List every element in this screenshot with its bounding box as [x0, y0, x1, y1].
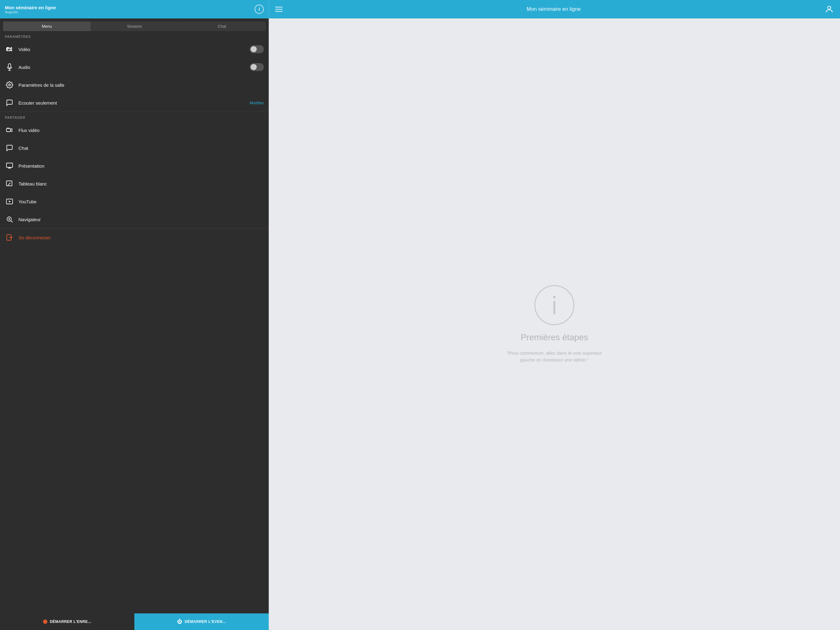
video-label: Vidéo	[19, 47, 249, 52]
header-right: Mon séminaire en ligne	[269, 0, 840, 19]
tab-streams[interactable]: Streams	[91, 22, 178, 31]
svg-point-7	[9, 84, 11, 86]
svg-rect-11	[6, 163, 13, 167]
audio-icon	[5, 62, 14, 72]
browser-icon	[5, 215, 14, 224]
menu-item-chat[interactable]: Chat	[0, 139, 269, 157]
info-icon[interactable]: i	[254, 5, 264, 14]
header-left: Mon séminaire en ligne Augustin i	[0, 0, 269, 19]
menu-item-youtube[interactable]: YouTube	[0, 193, 269, 211]
presentation-label: Présentation	[19, 163, 264, 169]
menu-item-listen-only[interactable]: Ecouter seulement Modifier	[0, 94, 269, 112]
svg-line-17	[11, 221, 13, 223]
header-center-title: Mon séminaire en ligne	[527, 6, 581, 12]
section-partager-label: PARTAGER	[0, 112, 269, 121]
menu-item-tableau-blanc[interactable]: Tableau blanc	[0, 175, 269, 193]
modifier-link[interactable]: Modifier	[249, 101, 264, 105]
event-label: DÉMARRER L'EVEN...	[185, 619, 226, 624]
welcome-icon	[534, 285, 574, 325]
welcome-desc: "Pour commencer, allez dans le coin supé…	[499, 350, 610, 364]
video-toggle[interactable]	[249, 45, 264, 53]
room-settings-label: Paramètres de la salle	[19, 82, 264, 88]
menu-item-flux-video[interactable]: Flux vidéo	[0, 121, 269, 139]
menu-item-presentation[interactable]: Présentation	[0, 157, 269, 175]
presentation-icon	[5, 161, 14, 171]
user-icon[interactable]	[825, 5, 834, 14]
record-label: DÉMARRER L'ENRE...	[50, 619, 91, 624]
menu-item-navigateur[interactable]: Navigateur	[0, 211, 269, 228]
logout-label: Se déconnecter	[19, 235, 264, 240]
navigateur-label: Navigateur	[19, 217, 264, 222]
sidebar-bottom-buttons: DÉMARRER L'ENRE... ⏻ DÉMARRER L'EVEN...	[0, 613, 269, 630]
listen-only-label: Ecouter seulement	[19, 100, 249, 106]
listen-icon	[5, 98, 14, 108]
record-button[interactable]: DÉMARRER L'ENRE...	[0, 613, 134, 630]
svg-point-0	[828, 6, 831, 9]
tableau-blanc-label: Tableau blanc	[19, 181, 264, 187]
tab-chat[interactable]: Chat	[178, 22, 266, 31]
logout-icon	[5, 233, 14, 242]
event-button[interactable]: ⏻ DÉMARRER L'EVEN...	[134, 613, 269, 630]
i-dot	[553, 296, 556, 298]
app-title: Mon séminaire en ligne	[5, 5, 56, 10]
sidebar: Menu Streams Chat PARAMÈTRES	[0, 19, 269, 630]
svg-point-10	[8, 127, 9, 128]
svg-rect-13	[6, 181, 12, 186]
youtube-icon	[5, 197, 14, 206]
whiteboard-icon	[5, 179, 14, 188]
flux-video-label: Flux vidéo	[19, 128, 264, 133]
menu-item-logout[interactable]: Se déconnecter	[0, 229, 269, 246]
menu-item-room-settings[interactable]: Paramètres de la salle	[0, 76, 269, 94]
app-title-group: Mon séminaire en ligne Augustin	[5, 5, 56, 14]
settings-icon	[5, 80, 14, 90]
section-parametres-label: PARAMÈTRES	[0, 31, 269, 40]
youtube-label: YouTube	[19, 199, 264, 204]
svg-point-9	[7, 127, 8, 128]
audio-label: Audio	[19, 65, 249, 70]
power-icon: ⏻	[177, 619, 182, 624]
i-stem	[553, 301, 555, 314]
video-icon	[5, 44, 14, 54]
svg-marker-15	[9, 201, 11, 203]
chat-icon	[5, 143, 14, 153]
user-name: Augustin	[5, 10, 56, 14]
chat-label: Chat	[19, 146, 264, 151]
main-content: Menu Streams Chat PARAMÈTRES	[0, 19, 840, 630]
sidebar-tabs: Menu Streams Chat	[0, 19, 269, 31]
svg-rect-8	[6, 128, 11, 131]
top-header: Mon séminaire en ligne Augustin i Mon sé…	[0, 0, 840, 19]
menu-item-video[interactable]: Vidéo	[0, 40, 269, 58]
flux-video-icon	[5, 125, 14, 135]
tab-menu[interactable]: Menu	[3, 22, 91, 31]
rec-dot	[43, 619, 47, 624]
audio-toggle[interactable]	[249, 63, 264, 71]
menu-item-audio[interactable]: Audio	[0, 58, 269, 76]
welcome-title: Premières étapes	[521, 332, 588, 342]
main-panel: Premières étapes "Pour commencer, allez …	[269, 19, 840, 630]
hamburger-icon[interactable]	[275, 7, 283, 12]
